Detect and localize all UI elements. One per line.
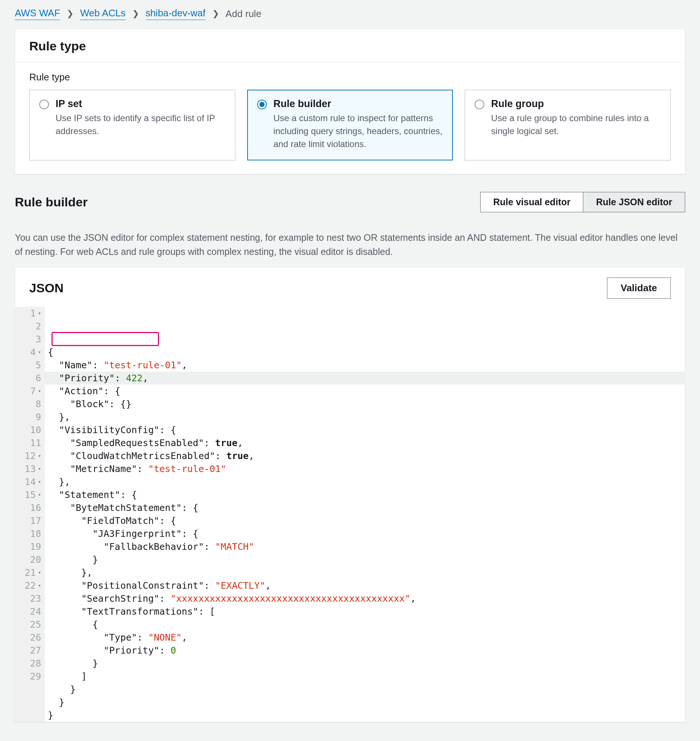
chevron-right-icon: ❯ — [212, 9, 219, 19]
builder-help-text: You can use the JSON editor for complex … — [15, 231, 685, 259]
gutter-line: 7▾ — [21, 385, 41, 397]
fold-triangle-icon[interactable]: ▾ — [38, 569, 41, 576]
code-line[interactable]: }, — [45, 410, 685, 423]
code-line[interactable]: "Name": "test-rule-01", — [45, 359, 685, 372]
code-line[interactable]: "CloudWatchMetricsEnabled": true, — [45, 450, 685, 462]
code-line[interactable]: } — [45, 709, 685, 722]
radio-icon[interactable] — [257, 100, 267, 109]
rule-type-option-rule-group[interactable]: Rule groupUse a rule group to combine ru… — [465, 90, 671, 160]
json-editor[interactable]: 1▾234▾567▾89101112▾13▾14▾15▾161718192021… — [15, 307, 685, 722]
option-title: IP set — [56, 98, 225, 110]
code-line[interactable]: } — [45, 553, 685, 566]
code-line[interactable]: }, — [45, 566, 685, 579]
rule-json-editor-tab[interactable]: Rule JSON editor — [583, 192, 685, 212]
rule-visual-editor-tab[interactable]: Rule visual editor — [480, 192, 583, 212]
gutter-line: 24 — [21, 605, 41, 618]
fold-triangle-icon[interactable]: ▾ — [38, 491, 41, 499]
gutter-line: 19 — [21, 540, 41, 553]
code-line[interactable]: { — [45, 618, 685, 631]
rule-type-option-ip-set[interactable]: IP setUse IP sets to identify a specific… — [29, 90, 235, 160]
gutter-line: 17 — [21, 514, 41, 527]
rule-builder-title: Rule builder — [15, 195, 87, 209]
rule-type-option-rule-builder[interactable]: Rule builderUse a custom rule to inspect… — [247, 90, 453, 160]
breadcrumb: AWS WAF ❯ Web ACLs ❯ shiba-dev-waf ❯ Add… — [15, 0, 685, 29]
editor-code[interactable]: { "Name": "test-rule-01", "Priority": 42… — [45, 307, 685, 722]
gutter-line: 23 — [21, 592, 41, 605]
fold-triangle-icon[interactable]: ▾ — [38, 465, 41, 473]
option-description: Use a custom rule to inspect for pattern… — [274, 112, 443, 150]
gutter-line: 9 — [21, 410, 41, 423]
gutter-line: 18 — [21, 527, 41, 540]
rule-builder-header-row: Rule builder Rule visual editor Rule JSO… — [15, 192, 685, 212]
json-panel: JSON Validate 1▾234▾567▾89101112▾13▾14▾1… — [15, 268, 685, 722]
gutter-line: 16 — [21, 501, 41, 514]
gutter-line: 21▾ — [21, 566, 41, 579]
code-line[interactable]: "PositionalConstraint": "EXACTLY", — [45, 579, 685, 592]
gutter-line: 26 — [21, 631, 41, 644]
code-line[interactable]: "Type": "NONE", — [45, 631, 685, 644]
fold-triangle-icon[interactable]: ▾ — [38, 348, 41, 356]
radio-icon[interactable] — [39, 100, 49, 109]
rule-type-subheading: Rule type — [29, 72, 671, 83]
gutter-line: 14▾ — [21, 475, 41, 488]
editor-mode-toggle: Rule visual editor Rule JSON editor — [480, 192, 685, 212]
chevron-right-icon: ❯ — [132, 9, 139, 19]
gutter-line: 20 — [21, 553, 41, 566]
code-line[interactable]: ] — [45, 670, 685, 683]
code-line[interactable]: "VisibilityConfig": { — [45, 423, 685, 437]
breadcrumb-aws-waf[interactable]: AWS WAF — [15, 7, 60, 20]
gutter-line: 27 — [21, 644, 41, 657]
fold-triangle-icon[interactable]: ▾ — [38, 310, 41, 317]
code-line[interactable]: "MetricName": "test-rule-01" — [45, 462, 685, 475]
gutter-line: 15▾ — [21, 488, 41, 501]
rule-type-title: Rule type — [29, 39, 671, 53]
code-line[interactable]: "ByteMatchStatement": { — [45, 501, 685, 514]
gutter-line: 12▾ — [21, 450, 41, 462]
gutter-line: 5 — [21, 359, 41, 372]
code-line[interactable]: }, — [45, 475, 685, 488]
chevron-right-icon: ❯ — [67, 9, 74, 19]
breadcrumb-web-acls[interactable]: Web ACLs — [80, 7, 125, 20]
json-panel-title: JSON — [29, 281, 64, 295]
gutter-line: 22▾ — [21, 579, 41, 592]
gutter-line: 2 — [21, 320, 41, 333]
code-line[interactable]: "FallbackBehavior": "MATCH" — [45, 540, 685, 553]
rule-type-panel: Rule type Rule type IP setUse IP sets to… — [15, 29, 685, 174]
code-line[interactable]: "TextTransformations": [ — [45, 605, 685, 618]
gutter-line: 25 — [21, 618, 41, 631]
fold-triangle-icon[interactable]: ▾ — [38, 452, 41, 460]
breadcrumb-shiba-dev-waf[interactable]: shiba-dev-waf — [146, 7, 206, 20]
fold-triangle-icon[interactable]: ▾ — [38, 388, 41, 395]
option-description: Use a rule group to combine rules into a… — [491, 112, 661, 138]
code-line[interactable]: } — [45, 696, 685, 709]
gutter-line: 28 — [21, 657, 41, 670]
code-line[interactable]: "FieldToMatch": { — [45, 514, 685, 527]
gutter-line: 3 — [21, 333, 41, 346]
code-line[interactable]: "SearchString": "xxxxxxxxxxxxxxxxxxxxxxx… — [45, 592, 685, 605]
code-line[interactable]: } — [45, 683, 685, 696]
gutter-line: 11 — [21, 437, 41, 450]
validate-button[interactable]: Validate — [607, 278, 671, 298]
rule-type-header: Rule type — [15, 29, 685, 63]
radio-icon[interactable] — [475, 100, 484, 109]
code-line[interactable]: } — [45, 657, 685, 670]
code-line[interactable]: { — [45, 346, 685, 359]
option-title: Rule group — [491, 98, 661, 110]
code-line[interactable]: "Statement": { — [45, 488, 685, 501]
code-line[interactable]: "SampledRequestsEnabled": true, — [45, 437, 685, 450]
gutter-line: 6 — [21, 372, 41, 385]
gutter-line: 4▾ — [21, 346, 41, 359]
gutter-line: 29 — [21, 670, 41, 683]
code-line[interactable]: "JA3Fingerprint": { — [45, 527, 685, 540]
code-line[interactable]: "Action": { — [45, 385, 685, 397]
code-line[interactable]: "Block": {} — [45, 397, 685, 410]
fold-triangle-icon[interactable]: ▾ — [38, 478, 41, 486]
priority-highlight-box — [51, 332, 159, 346]
gutter-line: 10 — [21, 423, 41, 437]
gutter-line: 13▾ — [21, 462, 41, 475]
code-line[interactable]: "Priority": 0 — [45, 644, 685, 657]
editor-gutter: 1▾234▾567▾89101112▾13▾14▾15▾161718192021… — [15, 307, 45, 722]
code-line[interactable]: "Priority": 422, — [45, 372, 685, 385]
option-title: Rule builder — [274, 98, 443, 110]
fold-triangle-icon[interactable]: ▾ — [38, 582, 41, 590]
